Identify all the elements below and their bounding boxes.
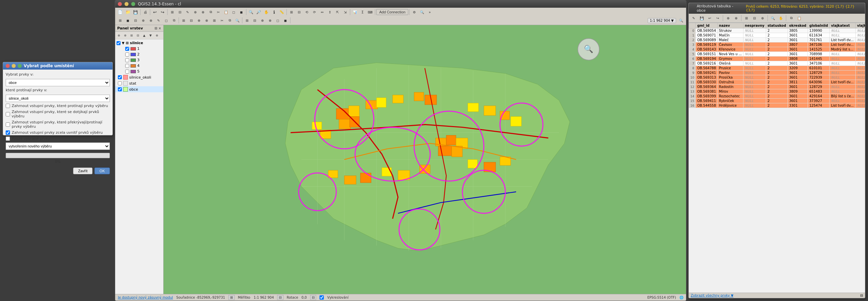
tb-g-17[interactable]: ⇱	[334, 8, 341, 16]
tb2-17[interactable]: ⊞	[243, 17, 251, 24]
table-row[interactable]: 2 OB.569089 Maleč NULL 2 3601 701761 Lis…	[689, 38, 865, 43]
col-nazev[interactable]: nazev	[717, 23, 743, 28]
scale-combo[interactable]: 1:1 962 904 ▼	[648, 18, 676, 23]
layer-remove-btn[interactable]: ⊗	[122, 32, 128, 38]
attr-table-container[interactable]: gml_id nazev nespravny statuskod okresko…	[689, 23, 865, 293]
tb-g-11[interactable]: ⊞	[288, 8, 295, 16]
layer-item-1[interactable]: 1	[123, 46, 163, 52]
tb2-18[interactable]: ⊟	[251, 17, 258, 24]
table-row[interactable]: 0 OB.569054 Strukov NULL 2 3805 139990 N…	[689, 28, 865, 33]
layer-item-4[interactable]: 4	[123, 63, 163, 69]
layer-4-checkbox[interactable]	[125, 64, 129, 68]
table-row[interactable]: 5 OB.569151 Nová Ves u ... NULL 2 3601 7…	[689, 52, 865, 56]
layer-silnice-okoli[interactable]: silnice_okoli	[115, 74, 163, 80]
attr-delete-row-btn[interactable]: ⊗	[733, 15, 740, 22]
tb2-15[interactable]: ⧉	[226, 17, 234, 24]
attr-save-btn[interactable]: 💾	[698, 15, 705, 22]
attr-add-row-btn[interactable]: ⊕	[724, 15, 732, 22]
tb2-11[interactable]: ⊕	[195, 17, 203, 24]
tb-generic-1[interactable]: ⊞	[168, 8, 176, 16]
layer-1-checkbox[interactable]	[125, 47, 129, 51]
layer-group-silnice[interactable]: ▼ ⊞ silnice	[115, 40, 163, 46]
intersect-layer-dropdown[interactable]: silnice_okoli	[6, 94, 110, 102]
tb-g-15[interactable]: ↔	[318, 8, 326, 16]
close-button[interactable]: Zavřít	[73, 168, 92, 174]
attr-zoom-selected-btn[interactable]: 🔍	[769, 15, 777, 22]
col-statuskod[interactable]: statuskod	[766, 23, 787, 28]
qgis-close-btn[interactable]	[118, 2, 122, 6]
tb2-10[interactable]: ⊟	[188, 17, 195, 24]
tb2-16[interactable]: 🔍	[234, 17, 241, 24]
layer-stat[interactable]: stat	[115, 80, 163, 86]
new-project-btn[interactable]	[117, 8, 124, 16]
layer-obce[interactable]: obce	[115, 86, 163, 92]
tb-generic-6[interactable]: ⧉	[207, 8, 214, 16]
silnice-group-checkbox[interactable]	[117, 41, 121, 45]
open-project-btn[interactable]	[124, 8, 131, 16]
tb-generic-7[interactable]: ✂	[215, 8, 222, 16]
tb-g-13[interactable]: ⟲	[303, 8, 310, 16]
col-idx[interactable]	[689, 23, 696, 28]
tb-generic-10[interactable]: ◼	[238, 8, 245, 16]
cb-overlap[interactable]	[6, 122, 10, 127]
select-layer-dropdown[interactable]: obce	[6, 79, 110, 86]
layer-item-2[interactable]: 2	[123, 52, 163, 57]
tb-g-19[interactable]: 📊	[351, 8, 359, 16]
layer-add-btn[interactable]: ⊕	[116, 32, 122, 38]
table-row[interactable]: 8 OB.564788 Prusice NULL 2 3209 610101 N…	[689, 66, 865, 71]
attr-edit-btn[interactable]: ✎	[690, 15, 698, 22]
table-row[interactable]: 4 OB.569143 Křenovice NULL 2 3601 141525…	[689, 47, 865, 52]
tb-g-22[interactable]: ⚙	[411, 8, 418, 16]
maximize-button-dot[interactable]	[18, 64, 22, 68]
tb2-13[interactable]: ⊞	[211, 17, 218, 24]
layer-item-3[interactable]: 3	[123, 57, 163, 63]
table-row[interactable]: 10 OB.569313 Prosička NULL 2 3601 722939…	[689, 75, 865, 80]
layer-zoom-btn[interactable]: ⊕	[154, 32, 160, 38]
tb2-6[interactable]: ✎	[155, 17, 162, 24]
tb-g-23[interactable]: 🔍	[418, 8, 426, 16]
rendering-checkbox[interactable]	[319, 295, 324, 300]
attr-undo-btn[interactable]: ↩	[706, 15, 713, 22]
tb-g-12[interactable]: ⊟	[296, 8, 303, 16]
tb2-2[interactable]: ◼	[124, 17, 131, 24]
silnice-okoli-checkbox[interactable]	[118, 75, 122, 79]
tb2-4[interactable]: ⊕	[140, 17, 147, 24]
zoom-full-btn[interactable]: 🔍	[677, 17, 685, 24]
layer-3-checkbox[interactable]	[125, 58, 129, 62]
cb-inside[interactable]	[6, 131, 10, 135]
col-vlajkaot[interactable]: vlajkao	[856, 23, 865, 28]
close-button-dot[interactable]	[6, 64, 10, 68]
zoom-out-btn[interactable]	[255, 8, 262, 16]
layer-2-checkbox[interactable]	[125, 53, 129, 56]
cb-touch[interactable]	[6, 112, 10, 116]
table-row[interactable]: 6 OB.569194 Grymov NULL 2 3808 141445 NU…	[689, 56, 865, 61]
identify-btn[interactable]	[271, 8, 278, 16]
tb2-22[interactable]: ◼	[282, 17, 289, 24]
layer-5-checkbox[interactable]	[125, 70, 129, 74]
tb2-19[interactable]: ⊕	[259, 17, 266, 24]
tb-generic-3[interactable]: ✎	[184, 8, 191, 16]
table-row[interactable]: 1 OB.569071 Malčín NULL 2 3601 611634 NU…	[689, 33, 865, 38]
attr-select-all-btn[interactable]: ⊞	[743, 15, 750, 22]
scale-lock[interactable]: ⊟	[277, 295, 283, 300]
col-nespravny[interactable]: nespravny	[743, 23, 766, 28]
measure-btn[interactable]	[278, 8, 285, 16]
table-row[interactable]: 9 OB.569241 Pavlov NULL 2 3601 128729 NU…	[689, 71, 865, 75]
print-btn[interactable]	[142, 8, 149, 16]
redo-btn[interactable]	[159, 8, 166, 16]
tb2-9[interactable]: ⊞	[180, 17, 187, 24]
obce-checkbox[interactable]	[118, 87, 122, 91]
tb-g-16[interactable]: ↕	[326, 8, 334, 16]
zoom-in-btn[interactable]	[247, 8, 255, 16]
attr-copy-btn[interactable]: ⧉	[787, 15, 795, 22]
tb-g-18[interactable]: ⇲	[342, 8, 349, 16]
tb-g-14[interactable]: ⟳	[311, 8, 318, 16]
attr-redo-btn[interactable]: ↪	[714, 15, 721, 22]
table-row[interactable]: 14 OB.569399 Rozsochatec NULL 2 3601 429…	[689, 94, 865, 99]
qgis-min-btn[interactable]	[125, 2, 128, 6]
add-connection-button[interactable]: Add Connection	[376, 9, 408, 15]
tb2-5[interactable]: ⊗	[147, 17, 155, 24]
col-vlajkatext[interactable]: vlajkatext	[830, 23, 856, 28]
ok-button[interactable]: OK	[94, 168, 110, 174]
table-row[interactable]: 12 OB.569364 Radostín NULL 2 3601 128729…	[689, 85, 865, 89]
